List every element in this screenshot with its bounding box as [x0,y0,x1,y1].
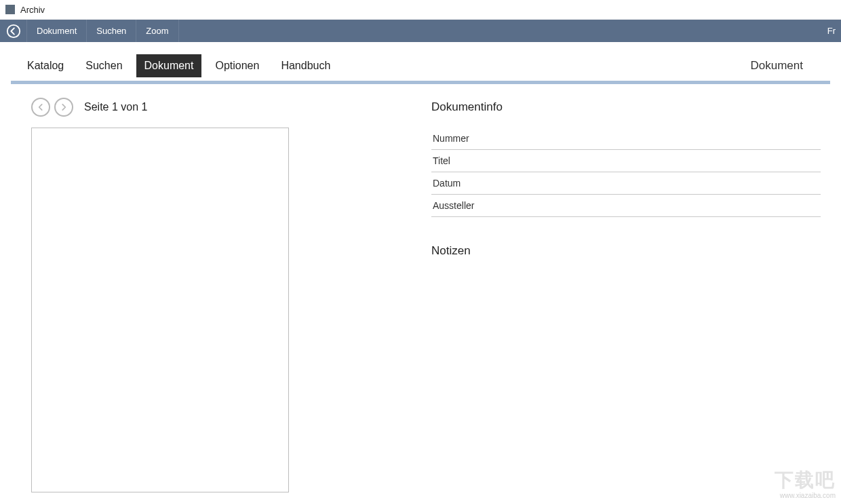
svg-point-0 [7,24,19,37]
tabstrip: Katalog Suchen Dokument Optionen Handbuc… [0,42,841,77]
tab-optionen[interactable]: Optionen [207,54,267,77]
watermark-url: www.xiazaiba.com [775,492,836,500]
chevron-right-icon [59,102,69,112]
prev-page-button[interactable] [31,98,50,117]
page-preview[interactable] [31,128,289,492]
menu-dokument[interactable]: Dokument [27,20,87,42]
menubar: Dokument Suchen Zoom Fr [0,20,841,42]
tab-handbuch[interactable]: Handbuch [273,54,338,77]
back-arrow-icon [6,24,21,39]
pager: Seite 1 von 1 [31,98,411,117]
chevron-left-icon [36,102,45,112]
menu-suchen[interactable]: Suchen [87,20,136,42]
menu-zoom[interactable]: Zoom [136,20,178,42]
titlebar: Archiv [0,0,841,20]
menu-right-truncated[interactable]: Fr [818,20,841,42]
app-icon [5,5,15,14]
right-pane: Dokumentinfo Nummer Titel Datum Ausstell… [431,98,821,492]
tab-katalog[interactable]: Katalog [19,54,72,77]
notes-section-title: Notizen [431,244,821,258]
next-page-button[interactable] [54,98,73,117]
info-section-title: Dokumentinfo [431,100,821,114]
context-label: Dokument [751,59,830,73]
field-nummer[interactable]: Nummer [431,128,821,150]
field-titel[interactable]: Titel [431,150,821,172]
field-datum[interactable]: Datum [431,172,821,195]
window-title: Archiv [20,5,45,15]
tab-dokument[interactable]: Dokument [136,54,202,77]
content-area: Seite 1 von 1 Dokumentinfo Nummer Titel … [0,84,841,492]
page-label: Seite 1 von 1 [84,101,147,113]
left-pane: Seite 1 von 1 [31,98,411,492]
back-button[interactable] [0,20,27,42]
field-aussteller[interactable]: Aussteller [431,195,821,217]
tab-suchen[interactable]: Suchen [77,54,130,77]
